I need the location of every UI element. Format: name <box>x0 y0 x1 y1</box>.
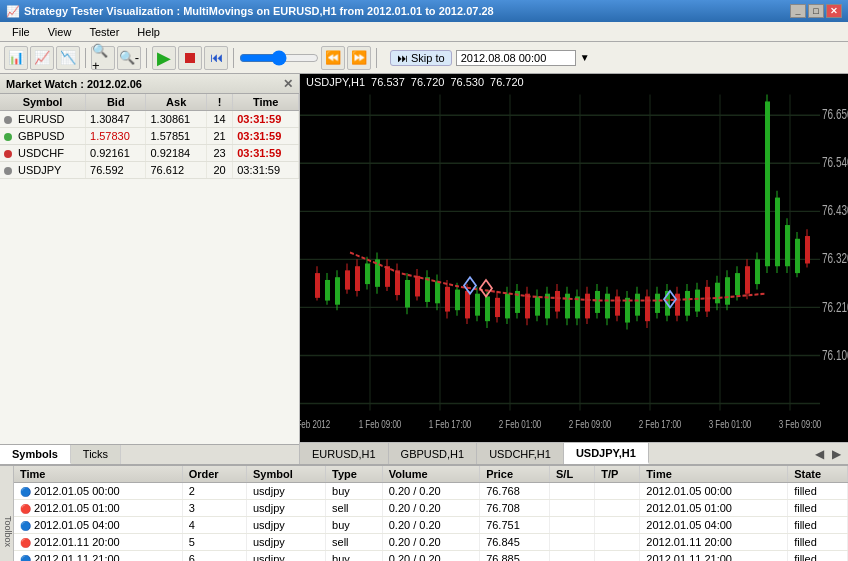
toolbar-btn-2[interactable]: 📈 <box>30 46 54 70</box>
skip-to-input[interactable] <box>456 50 576 66</box>
maximize-button[interactable]: □ <box>808 4 824 18</box>
market-ask-cell: 76.612 <box>146 162 206 179</box>
order-time-cell: 🔴 2012.01.11 20:00 <box>14 534 182 551</box>
order-num-cell: 3 <box>182 500 246 517</box>
market-excl-cell: 21 <box>206 128 232 145</box>
market-watch-header: Market Watch : 2012.02.06 ✕ <box>0 74 299 94</box>
chart-nav-next[interactable]: ▶ <box>829 447 844 461</box>
stop-button[interactable]: ⏹ <box>178 46 202 70</box>
menu-tester[interactable]: Tester <box>81 25 127 39</box>
market-time-cell: 03:31:59 <box>233 145 299 162</box>
market-watch-table: Symbol Bid Ask ! Time EURUSD 1.30847 1.3… <box>0 94 299 444</box>
order-time2-cell: 2012.01.05 00:00 <box>640 483 788 500</box>
zoom-out-button[interactable]: 🔍- <box>117 46 141 70</box>
prev-btn[interactable]: ⏪ <box>321 46 345 70</box>
skip-to-label: Skip to <box>411 52 445 64</box>
chart-price-2: 76.720 <box>411 76 445 88</box>
col-volume-header: Volume <box>382 466 479 483</box>
col-symbol-header: Symbol <box>247 466 326 483</box>
next-btn[interactable]: ⏩ <box>347 46 371 70</box>
svg-text:1 Feb 09:00: 1 Feb 09:00 <box>359 418 402 431</box>
bottom-content: Time Order Symbol Type Volume Price S/L … <box>14 466 848 561</box>
market-excl-cell: 20 <box>206 162 232 179</box>
market-ask-cell: 0.92184 <box>146 145 206 162</box>
order-tp-cell <box>595 517 640 534</box>
table-row: 🔴 2012.01.11 20:00 5 usdjpy sell 0.20 / … <box>14 534 848 551</box>
chart-nav: ◀ ▶ <box>812 447 848 461</box>
skip-to-icon: ⏭ <box>397 52 408 64</box>
order-num-cell: 4 <box>182 517 246 534</box>
chart-canvas-area[interactable]: USDJPY,H1 76.537 76.720 76.530 76.720 <box>300 74 848 442</box>
table-row: 🔴 2012.01.05 01:00 3 usdjpy sell 0.20 / … <box>14 500 848 517</box>
menu-view[interactable]: View <box>40 25 80 39</box>
buy-icon: 🔵 <box>20 555 31 561</box>
order-symbol-cell: usdjpy <box>247 551 326 562</box>
toolbar-btn-3[interactable]: 📉 <box>56 46 80 70</box>
order-type-cell: sell <box>326 534 383 551</box>
speed-slider[interactable] <box>239 50 319 66</box>
order-price-cell: 76.885 <box>480 551 550 562</box>
svg-text:1 Feb 17:00: 1 Feb 17:00 <box>429 418 472 431</box>
order-symbol-cell: usdjpy <box>247 500 326 517</box>
order-time-cell: 🔴 2012.01.05 01:00 <box>14 500 182 517</box>
menu-file[interactable]: File <box>4 25 38 39</box>
chart-tab-usdjpy[interactable]: USDJPY,H1 <box>564 443 649 464</box>
market-time-cell: 03:31:59 <box>233 111 299 128</box>
title-bar-controls[interactable]: _ □ ✕ <box>790 4 842 18</box>
tab-ticks[interactable]: Ticks <box>71 445 121 464</box>
reset-button[interactable]: ⏮ <box>204 46 228 70</box>
market-excl-cell: 14 <box>206 111 232 128</box>
bottom-section: Toolbox Time Order Symbol Type Volume Pr… <box>0 464 848 561</box>
order-volume-cell: 0.20 / 0.20 <box>382 517 479 534</box>
symbol-indicator <box>4 133 12 141</box>
order-symbol-cell: usdjpy <box>247 483 326 500</box>
toolbar-btn-1[interactable]: 📊 <box>4 46 28 70</box>
order-volume-cell: 0.20 / 0.20 <box>382 483 479 500</box>
order-num-cell: 2 <box>182 483 246 500</box>
buy-icon: 🔵 <box>20 487 31 497</box>
order-tp-cell <box>595 483 640 500</box>
minimize-button[interactable]: _ <box>790 4 806 18</box>
skip-dropdown-icon[interactable]: ▼ <box>580 52 590 63</box>
order-state-cell: filled <box>788 534 848 551</box>
chart-price-3: 76.530 <box>450 76 484 88</box>
market-watch-row: GBPUSD 1.57830 1.57851 21 03:31:59 <box>0 128 299 145</box>
symbol-indicator <box>4 150 12 158</box>
chart-header: USDJPY,H1 76.537 76.720 76.530 76.720 <box>300 74 848 90</box>
skip-to-button[interactable]: ⏭ Skip to <box>390 50 452 66</box>
table-row: 🔵 2012.01.11 21:00 6 usdjpy buy 0.20 / 0… <box>14 551 848 562</box>
market-watch-close[interactable]: ✕ <box>283 77 293 91</box>
order-type-cell: buy <box>326 483 383 500</box>
close-button[interactable]: ✕ <box>826 4 842 18</box>
chart-nav-prev[interactable]: ◀ <box>812 447 827 461</box>
order-type-cell: buy <box>326 517 383 534</box>
col-order-header: Order <box>182 466 246 483</box>
chart-symbol: USDJPY,H1 <box>306 76 365 88</box>
tab-symbols[interactable]: Symbols <box>0 445 71 464</box>
order-type-cell: sell <box>326 500 383 517</box>
toolbar-sep-3 <box>233 48 234 68</box>
market-watch-panel: Market Watch : 2012.02.06 ✕ Symbol Bid A… <box>0 74 300 464</box>
toolbar-sep-4 <box>376 48 377 68</box>
market-symbol-cell: USDJPY <box>0 162 86 179</box>
order-num-cell: 6 <box>182 551 246 562</box>
zoom-in-button[interactable]: 🔍+ <box>91 46 115 70</box>
toolbar-sep-1 <box>85 48 86 68</box>
toolbox-strip[interactable]: Toolbox <box>0 466 14 561</box>
svg-text:76.430: 76.430 <box>822 203 848 219</box>
market-watch-row: USDCHF 0.92161 0.92184 23 03:31:59 <box>0 145 299 162</box>
play-button[interactable]: ▶ <box>152 46 176 70</box>
svg-text:76.320: 76.320 <box>822 251 848 267</box>
order-time-cell: 🔵 2012.01.05 00:00 <box>14 483 182 500</box>
svg-text:76.540: 76.540 <box>822 155 848 171</box>
market-watch-row: USDJPY 76.592 76.612 20 03:31:59 <box>0 162 299 179</box>
menu-help[interactable]: Help <box>129 25 168 39</box>
svg-text:76.210: 76.210 <box>822 299 848 315</box>
chart-tab-usdchf[interactable]: USDCHF,H1 <box>477 443 564 464</box>
order-time2-cell: 2012.01.11 20:00 <box>640 534 788 551</box>
chart-tab-gbpusd[interactable]: GBPUSD,H1 <box>389 443 478 464</box>
bottom-inner: Toolbox Time Order Symbol Type Volume Pr… <box>0 466 848 561</box>
chart-price-4: 76.720 <box>490 76 524 88</box>
market-bid-cell: 1.57830 <box>86 128 146 145</box>
chart-tab-eurusd[interactable]: EURUSD,H1 <box>300 443 389 464</box>
